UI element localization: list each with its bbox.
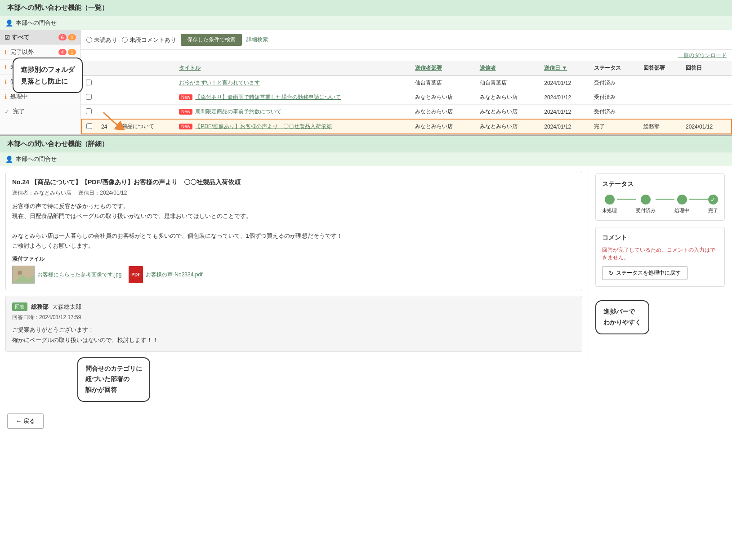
- row-date: 2024/01/12: [540, 90, 589, 105]
- inquiry-body: お客様の声で特に反客が多かったものです。 現在、日配食品部門ではベーグルの取り扱…: [12, 201, 576, 251]
- pdf-icon: PDF: [129, 266, 143, 283]
- status-circle-4: ✓: [708, 195, 718, 204]
- row-date: 2024/01/12: [540, 76, 589, 90]
- row-answer-dept: [639, 105, 681, 120]
- status-label-3: 処理中: [674, 207, 689, 214]
- bottom-bar: ← 戻る: [0, 407, 732, 435]
- list-header-title: 本部への問い合わせ機能（一覧）: [7, 4, 108, 11]
- row-checkbox[interactable]: [81, 105, 97, 120]
- unread-comment-radio[interactable]: [122, 37, 128, 43]
- badge-incomplete-1: 4: [58, 49, 67, 55]
- arrow-folder-svg: [99, 108, 126, 130]
- row-title[interactable]: New 【PDF/画像あり】お客様の声より 〇〇社製品入荷依頼: [174, 119, 411, 134]
- badges-all: 6 1: [58, 34, 76, 40]
- answer-card: 回答 総務部 大森総太郎 回答日時：2024/01/12 17:59 ご提案あり…: [5, 296, 582, 351]
- status-circle-3: [677, 195, 687, 204]
- status-bar: 未処理 受付済み 処理中: [602, 195, 718, 214]
- callout-status-box: 進捗バーで わかりやすく: [595, 300, 649, 334]
- answer-person: 大森総太郎: [52, 303, 81, 311]
- callout-answer: 問合せのカテゴリに 紐づいた部署の 誰かが回答: [77, 357, 150, 402]
- sidebar-label-all: すべて: [12, 33, 29, 41]
- search-button[interactable]: 保存した条件で検索: [181, 34, 242, 46]
- detail-page-header: 本部への問い合わせ機能（詳細）: [0, 135, 732, 152]
- badges-incomplete: 4 1: [58, 49, 76, 55]
- answer-datetime: 回答日時：2024/01/12 17:59: [12, 314, 576, 321]
- table-row: お冷がまずい！と言われています 仙台青葉店 仙台青葉店 2024/01/12 受…: [81, 76, 732, 90]
- row-category: [117, 90, 174, 105]
- status-line-2: [656, 199, 674, 200]
- table-row-highlighted: 24 商品について New 【PDF/画像あり】お客様の声より 〇〇社製品入荷依…: [81, 119, 732, 134]
- col-checkbox: [81, 61, 97, 76]
- row-title[interactable]: New 期間限定商品の事前予約数について: [174, 105, 411, 120]
- check-icon: ✓: [4, 108, 9, 115]
- col-answer-dept: 回答部署: [639, 61, 681, 76]
- answer-dept: 総務部: [31, 303, 49, 311]
- col-sender[interactable]: 送信者: [475, 61, 540, 76]
- sidebar-label-processing: 処理中: [10, 93, 28, 101]
- back-status-button[interactable]: ↻ ステータスを処理中に戻す: [602, 266, 687, 280]
- callout-status: 進捗バーで わかりやすく: [595, 300, 725, 334]
- attach-thumb: [12, 266, 35, 284]
- callout1-line1: 進捗別のフォルダ: [21, 66, 75, 73]
- comment-title: コメント: [602, 234, 718, 242]
- badge-all-2: 1: [68, 34, 76, 40]
- unread-comment-filter[interactable]: 未読コメントあり: [122, 36, 176, 44]
- col-answer-date: 回答日: [681, 61, 732, 76]
- attach-pdf-link[interactable]: お客様の声-No2334.pdf: [146, 271, 202, 279]
- callout3-line1: 問合せのカテゴリに: [85, 365, 142, 372]
- row-category: 商品について: [117, 119, 174, 134]
- detail-section-label: 👤 本部への問合せ: [0, 152, 732, 166]
- row-title[interactable]: お冷がまずい！と言われています: [174, 76, 411, 90]
- status-step-4: ✓ 完了: [708, 195, 718, 214]
- row-category: [117, 76, 174, 90]
- col-date[interactable]: 送信日 ▼: [540, 61, 589, 76]
- row-checkbox[interactable]: [81, 119, 97, 134]
- row-status: 受付済み: [589, 90, 639, 105]
- back-status-label: ステータスを処理中に戻す: [616, 269, 681, 277]
- row-answer-date: [681, 105, 732, 120]
- sidebar-item-all[interactable]: ☑ すべて 6 1: [0, 30, 80, 45]
- download-link[interactable]: 一覧のダウンロード: [81, 50, 732, 61]
- sidebar-label-complete: 完了: [13, 107, 25, 116]
- table-row: New 【添付あり】豪雨雨で時短営業した場合の勤務申請について みなとみらい店 …: [81, 90, 732, 105]
- row-checkbox[interactable]: [81, 90, 97, 105]
- inquiry-table: タイトル 送信者部署 送信者 送信日 ▼ ステータス 回答部署 回答日: [81, 61, 732, 134]
- row-title[interactable]: New 【添付あり】豪雨雨で時短営業した場合の勤務申請について: [174, 90, 411, 105]
- unread-radio[interactable]: [86, 37, 92, 43]
- status-line-1: [617, 199, 636, 200]
- back-button[interactable]: ← 戻る: [7, 413, 44, 429]
- status-step-2: 受付済み: [636, 195, 656, 214]
- badge-all-1: 6: [58, 34, 67, 40]
- download-text: 一覧のダウンロード: [678, 52, 727, 58]
- status-label-1: 未処理: [602, 207, 617, 214]
- top-area: 本部への問い合わせ機能（一覧） 👤 本部への問合せ ☑ すべて 6 1: [0, 0, 732, 135]
- col-sender-dept[interactable]: 送信者部署: [411, 61, 475, 76]
- comment-panel: コメント 回答が完了しているため、コメントの入力はできません。 ↻ ステータスを…: [595, 227, 725, 287]
- callout3-line3: 誰かが回答: [85, 386, 117, 393]
- row-sender-dept: みなとみらい店: [411, 105, 475, 120]
- callout-answer-box: 問合せのカテゴリに 紐づいた部署の 誰かが回答: [77, 357, 150, 402]
- col-title[interactable]: タイトル: [174, 61, 411, 76]
- status-circle-1: [605, 195, 615, 204]
- attach-image-link[interactable]: お客様にもらった参考画像です.jpg: [37, 271, 121, 279]
- status-circle-2: [641, 195, 651, 204]
- sidebar-item-complete[interactable]: ✓ 完了: [0, 104, 80, 119]
- row-number: [97, 76, 117, 90]
- row-status: 受付済み: [589, 76, 639, 90]
- sidebar-label-incomplete: 完了以外: [10, 48, 34, 56]
- unread-comment-label: 未読コメントあり: [129, 36, 176, 44]
- unread-filter[interactable]: 未読あり: [86, 36, 117, 44]
- inquiry-meta: 送信者：みなとみらい店 送信日：2024/01/12: [12, 189, 576, 197]
- detail-section-label-text: 本部への問合せ: [16, 155, 57, 163]
- row-checkbox[interactable]: [81, 76, 97, 90]
- new-badge: New: [179, 94, 192, 100]
- row-sender: みなとみらい店: [475, 90, 540, 105]
- inquiry-card: No.24 【商品について】【PDF/画像あり】お客様の声より 〇〇社製品入荷依…: [5, 172, 582, 290]
- row-category: [117, 105, 174, 120]
- inquiry-title: No.24 【商品について】【PDF/画像あり】お客様の声より 〇〇社製品入荷依…: [12, 178, 576, 187]
- detail-search-link[interactable]: 詳細検索: [246, 36, 268, 44]
- row-sender: みなとみらい店: [475, 105, 540, 120]
- rotate-icon: ↻: [609, 270, 613, 276]
- callout3-line2: 紐づいた部署の: [85, 375, 129, 382]
- detail-area: 本部への問い合わせ機能（詳細） 👤 本部への問合せ No.24 【商品について】…: [0, 135, 732, 435]
